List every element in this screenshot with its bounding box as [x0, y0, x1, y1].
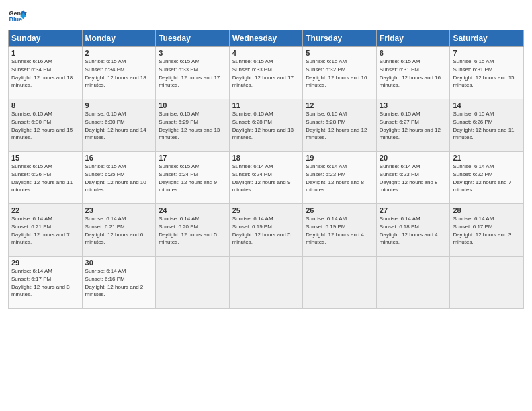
- day-number: 13: [380, 101, 447, 109]
- day-number: 29: [11, 259, 79, 267]
- day-number: 5: [306, 49, 373, 57]
- col-wednesday: Wednesday: [229, 30, 303, 47]
- day-number: 2: [85, 49, 153, 57]
- day-number: 7: [453, 49, 521, 57]
- col-tuesday: Tuesday: [156, 30, 230, 47]
- table-row: [303, 257, 377, 309]
- table-row: 7 Sunrise: 6:15 AMSunset: 6:31 PMDayligh…: [450, 47, 524, 99]
- table-row: [229, 257, 303, 309]
- table-row: 5 Sunrise: 6:15 AMSunset: 6:32 PMDayligh…: [303, 47, 377, 99]
- day-number: 12: [306, 101, 373, 109]
- day-info: Sunrise: 6:15 AMSunset: 6:34 PMDaylight:…: [85, 58, 146, 88]
- day-number: 19: [306, 154, 373, 162]
- col-thursday: Thursday: [303, 30, 377, 47]
- day-info: Sunrise: 6:14 AMSunset: 6:17 PMDaylight:…: [11, 268, 70, 298]
- day-info: Sunrise: 6:14 AMSunset: 6:16 PMDaylight:…: [85, 268, 144, 298]
- logo: General Blue: [8, 7, 27, 26]
- day-info: Sunrise: 6:15 AMSunset: 6:27 PMDaylight:…: [380, 111, 441, 140]
- table-row: 3 Sunrise: 6:15 AMSunset: 6:33 PMDayligh…: [156, 47, 230, 99]
- day-info: Sunrise: 6:14 AMSunset: 6:20 PMDaylight:…: [159, 216, 217, 245]
- day-info: Sunrise: 6:15 AMSunset: 6:30 PMDaylight:…: [11, 111, 73, 140]
- day-number: 28: [453, 206, 521, 214]
- table-row: 4 Sunrise: 6:15 AMSunset: 6:33 PMDayligh…: [229, 47, 303, 99]
- table-row: 18 Sunrise: 6:14 AMSunset: 6:24 PMDaylig…: [229, 152, 303, 204]
- table-row: [450, 257, 524, 309]
- day-number: 18: [232, 154, 300, 162]
- day-number: 11: [232, 101, 300, 109]
- day-info: Sunrise: 6:15 AMSunset: 6:33 PMDaylight:…: [159, 58, 220, 88]
- day-info: Sunrise: 6:15 AMSunset: 6:31 PMDaylight:…: [380, 58, 441, 88]
- col-saturday: Saturday: [450, 30, 524, 47]
- table-row: 16 Sunrise: 6:15 AMSunset: 6:25 PMDaylig…: [82, 152, 156, 204]
- day-info: Sunrise: 6:14 AMSunset: 6:24 PMDaylight:…: [232, 163, 291, 193]
- table-row: 11 Sunrise: 6:15 AMSunset: 6:28 PMDaylig…: [229, 99, 303, 152]
- day-number: 16: [85, 154, 153, 162]
- day-info: Sunrise: 6:15 AMSunset: 6:32 PMDaylight:…: [306, 58, 367, 88]
- day-info: Sunrise: 6:14 AMSunset: 6:21 PMDaylight:…: [85, 216, 144, 245]
- table-row: 12 Sunrise: 6:15 AMSunset: 6:28 PMDaylig…: [303, 99, 377, 152]
- day-info: Sunrise: 6:15 AMSunset: 6:25 PMDaylight:…: [85, 163, 146, 193]
- day-info: Sunrise: 6:14 AMSunset: 6:18 PMDaylight:…: [380, 216, 438, 245]
- day-number: 21: [453, 154, 521, 162]
- day-info: Sunrise: 6:14 AMSunset: 6:22 PMDaylight:…: [453, 163, 511, 193]
- col-friday: Friday: [376, 30, 450, 47]
- day-info: Sunrise: 6:15 AMSunset: 6:26 PMDaylight:…: [11, 163, 73, 193]
- day-number: 6: [380, 49, 447, 57]
- day-info: Sunrise: 6:14 AMSunset: 6:19 PMDaylight:…: [232, 216, 291, 245]
- table-row: 27 Sunrise: 6:14 AMSunset: 6:18 PMDaylig…: [376, 204, 450, 257]
- day-number: 26: [306, 206, 373, 214]
- table-row: 15 Sunrise: 6:15 AMSunset: 6:26 PMDaylig…: [9, 152, 83, 204]
- day-info: Sunrise: 6:15 AMSunset: 6:31 PMDaylight:…: [453, 58, 514, 88]
- table-row: 2 Sunrise: 6:15 AMSunset: 6:34 PMDayligh…: [82, 47, 156, 99]
- table-row: 10 Sunrise: 6:15 AMSunset: 6:29 PMDaylig…: [156, 99, 230, 152]
- day-number: 25: [232, 206, 300, 214]
- table-row: 9 Sunrise: 6:15 AMSunset: 6:30 PMDayligh…: [82, 99, 156, 152]
- day-info: Sunrise: 6:14 AMSunset: 6:23 PMDaylight:…: [306, 163, 364, 193]
- day-number: 30: [85, 259, 153, 267]
- table-row: 19 Sunrise: 6:14 AMSunset: 6:23 PMDaylig…: [303, 152, 377, 204]
- table-row: 1 Sunrise: 6:16 AMSunset: 6:34 PMDayligh…: [9, 47, 83, 99]
- day-number: 27: [380, 206, 447, 214]
- day-info: Sunrise: 6:15 AMSunset: 6:24 PMDaylight:…: [159, 163, 217, 193]
- table-row: 21 Sunrise: 6:14 AMSunset: 6:22 PMDaylig…: [450, 152, 524, 204]
- table-row: 13 Sunrise: 6:15 AMSunset: 6:27 PMDaylig…: [376, 99, 450, 152]
- day-info: Sunrise: 6:14 AMSunset: 6:21 PMDaylight:…: [11, 216, 70, 245]
- table-row: 30 Sunrise: 6:14 AMSunset: 6:16 PMDaylig…: [82, 257, 156, 309]
- table-row: 23 Sunrise: 6:14 AMSunset: 6:21 PMDaylig…: [82, 204, 156, 257]
- table-row: [376, 257, 450, 309]
- table-row: 29 Sunrise: 6:14 AMSunset: 6:17 PMDaylig…: [9, 257, 83, 309]
- day-number: 3: [159, 49, 226, 57]
- day-number: 20: [380, 154, 447, 162]
- day-info: Sunrise: 6:15 AMSunset: 6:28 PMDaylight:…: [306, 111, 367, 140]
- day-info: Sunrise: 6:14 AMSunset: 6:23 PMDaylight:…: [380, 163, 438, 193]
- calendar-container: General Blue Sunday Monday Tuesday Wedne…: [0, 0, 532, 316]
- day-number: 15: [11, 154, 79, 162]
- table-row: 17 Sunrise: 6:15 AMSunset: 6:24 PMDaylig…: [156, 152, 230, 204]
- header: General Blue: [8, 7, 524, 26]
- day-info: Sunrise: 6:14 AMSunset: 6:19 PMDaylight:…: [306, 216, 364, 245]
- day-number: 1: [11, 49, 79, 57]
- table-row: [156, 257, 230, 309]
- table-row: 20 Sunrise: 6:14 AMSunset: 6:23 PMDaylig…: [376, 152, 450, 204]
- table-row: 25 Sunrise: 6:14 AMSunset: 6:19 PMDaylig…: [229, 204, 303, 257]
- day-number: 17: [159, 154, 226, 162]
- logo-icon: General Blue: [8, 7, 27, 26]
- day-info: Sunrise: 6:15 AMSunset: 6:29 PMDaylight:…: [159, 111, 220, 140]
- day-number: 9: [85, 101, 153, 109]
- table-row: 24 Sunrise: 6:14 AMSunset: 6:20 PMDaylig…: [156, 204, 230, 257]
- day-number: 14: [453, 101, 521, 109]
- day-info: Sunrise: 6:15 AMSunset: 6:30 PMDaylight:…: [85, 111, 146, 140]
- day-info: Sunrise: 6:15 AMSunset: 6:26 PMDaylight:…: [453, 111, 514, 140]
- table-row: 14 Sunrise: 6:15 AMSunset: 6:26 PMDaylig…: [450, 99, 524, 152]
- day-number: 10: [159, 101, 226, 109]
- table-row: 28 Sunrise: 6:14 AMSunset: 6:17 PMDaylig…: [450, 204, 524, 257]
- table-row: 6 Sunrise: 6:15 AMSunset: 6:31 PMDayligh…: [376, 47, 450, 99]
- day-number: 8: [11, 101, 79, 109]
- day-number: 4: [232, 49, 300, 57]
- day-info: Sunrise: 6:15 AMSunset: 6:28 PMDaylight:…: [232, 111, 294, 140]
- day-number: 22: [11, 206, 79, 214]
- day-info: Sunrise: 6:16 AMSunset: 6:34 PMDaylight:…: [11, 58, 73, 88]
- table-row: 22 Sunrise: 6:14 AMSunset: 6:21 PMDaylig…: [9, 204, 83, 257]
- day-number: 23: [85, 206, 153, 214]
- col-monday: Monday: [82, 30, 156, 47]
